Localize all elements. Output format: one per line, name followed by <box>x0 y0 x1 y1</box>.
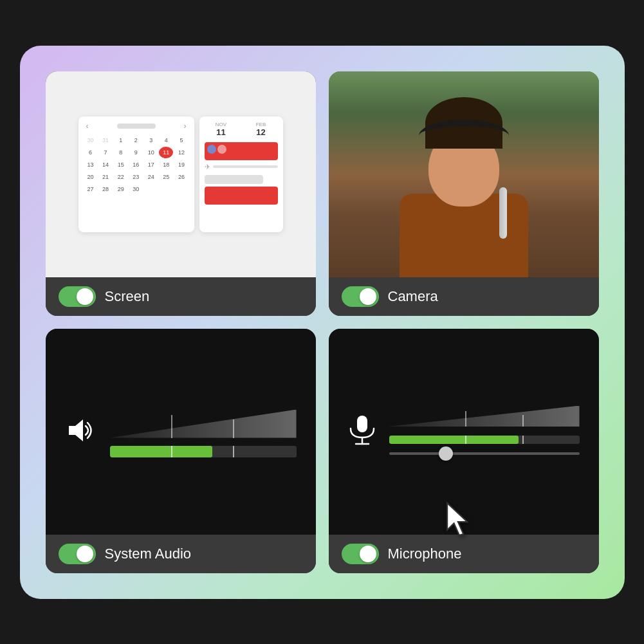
camera-toggle-knob <box>360 288 376 305</box>
cal-day: 25 <box>159 171 173 183</box>
cam-headphones <box>419 120 509 152</box>
cal-day: 20 <box>84 171 98 183</box>
screen-preview: ‹ › 30 31 1 2 3 4 5 6 7 8 9 10 <box>46 71 316 277</box>
audio-footer: System Audio <box>46 535 316 573</box>
screen-toggle[interactable] <box>59 286 96 307</box>
camera-footer: Camera <box>329 277 599 316</box>
tick-1 <box>171 415 172 437</box>
mic-slider-track <box>389 452 580 455</box>
cal-day: 3 <box>144 134 158 146</box>
bar-tick-2 <box>233 446 234 457</box>
microphone-card: Microphone <box>329 329 599 573</box>
mic-slider-row[interactable] <box>389 450 580 457</box>
cal-day: 29 <box>114 183 128 195</box>
cal-grid: 30 31 1 2 3 4 5 6 7 8 9 10 11 12 13 14 1 <box>84 134 189 195</box>
audio-bar-fill <box>110 446 213 457</box>
sched-col2-label: FEB <box>244 122 278 127</box>
mic-toggle-knob <box>360 546 376 562</box>
sched-event-2 <box>205 175 263 184</box>
mic-label: Microphone <box>388 546 462 562</box>
cal-day: 19 <box>174 159 189 170</box>
mic-bar-fill <box>389 436 519 444</box>
sched-col1: NOV 11 <box>205 122 238 137</box>
svg-marker-0 <box>69 419 83 441</box>
mic-bar-tick-1 <box>465 436 466 444</box>
audio-bars <box>110 406 297 457</box>
cal-day: 27 <box>84 183 98 195</box>
cal-day: 17 <box>144 159 158 170</box>
audio-preview <box>46 329 316 535</box>
speaker-icon <box>65 414 97 449</box>
mic-bar-track <box>389 436 580 444</box>
mic-triangle-fill <box>389 406 580 427</box>
bar-tick-1 <box>171 446 172 457</box>
cal-day-today: 11 <box>159 147 173 158</box>
cal-day: 8 <box>114 147 128 158</box>
cal-day: 12 <box>174 147 189 158</box>
sched-event-1 <box>205 142 278 160</box>
cal-day: 30 <box>84 134 98 146</box>
cal-day: 31 <box>98 134 113 146</box>
cal-day: 22 <box>114 171 128 183</box>
screen-toggle-knob <box>77 288 93 305</box>
mic-footer: Microphone <box>329 535 599 573</box>
sched-col1-label: NOV <box>205 122 238 127</box>
sched-col2-num: 12 <box>244 127 278 137</box>
cal-day: 6 <box>84 147 98 158</box>
audio-triangle-viz <box>110 410 297 438</box>
mic-preview <box>329 329 599 535</box>
avatar-2 <box>217 145 226 154</box>
cal-prev-arrow: ‹ <box>86 122 89 131</box>
cal-day: 30 <box>129 183 143 195</box>
audio-bar-row <box>110 446 297 457</box>
cal-day: 26 <box>174 171 189 183</box>
svg-rect-1 <box>357 416 367 432</box>
microphone-icon <box>348 414 376 449</box>
cal-day: 10 <box>144 147 158 158</box>
mic-tick-1 <box>465 411 466 427</box>
mic-bar-row <box>389 436 580 444</box>
audio-toggle[interactable] <box>59 544 96 564</box>
audio-level-meter <box>110 406 297 457</box>
cal-day: 18 <box>159 159 173 170</box>
main-container: ‹ › 30 31 1 2 3 4 5 6 7 8 9 10 <box>20 46 625 599</box>
mic-slider-knob[interactable] <box>439 446 453 461</box>
screen-card: ‹ › 30 31 1 2 3 4 5 6 7 8 9 10 <box>46 71 316 316</box>
cal-day: 13 <box>84 159 98 170</box>
audio-toggle-knob <box>77 546 93 562</box>
cal-day: 7 <box>98 147 113 158</box>
cal-day: 28 <box>98 183 113 195</box>
cal-day: 4 <box>159 134 173 146</box>
cam-mic-stand <box>499 187 507 239</box>
camera-preview <box>329 71 599 277</box>
cal-day: 24 <box>144 171 158 183</box>
cal-day: 23 <box>129 171 143 183</box>
cal-title <box>117 124 156 129</box>
screen-label: Screen <box>105 288 150 305</box>
mic-level-container <box>389 406 580 457</box>
schedule-mock: NOV 11 FEB 12 ✈ <box>199 116 283 232</box>
cal-next-arrow: › <box>184 122 187 131</box>
screen-footer: Screen <box>46 277 316 316</box>
cal-day: 9 <box>129 147 143 158</box>
cal-day: 15 <box>114 159 128 170</box>
cal-day: 2 <box>129 134 143 146</box>
audio-bar-track <box>110 446 297 457</box>
sched-event-3 <box>205 187 278 205</box>
tick-2 <box>233 419 234 438</box>
cal-day: 1 <box>114 134 128 146</box>
mic-toggle[interactable] <box>342 544 379 564</box>
sched-col1-num: 11 <box>205 127 238 137</box>
cal-day: 5 <box>174 134 189 146</box>
mic-triangle-viz <box>389 406 580 427</box>
cal-day: 21 <box>98 171 113 183</box>
camera-toggle[interactable] <box>342 286 379 307</box>
audio-label: System Audio <box>105 546 192 562</box>
sched-col2: FEB 12 <box>244 122 278 137</box>
mic-tick-2 <box>522 415 524 427</box>
cal-day: 16 <box>129 159 143 170</box>
camera-label: Camera <box>388 288 438 305</box>
calendar-mock: ‹ › 30 31 1 2 3 4 5 6 7 8 9 10 <box>78 116 194 232</box>
camera-card: Camera <box>329 71 599 316</box>
cal-day: 14 <box>98 159 113 170</box>
